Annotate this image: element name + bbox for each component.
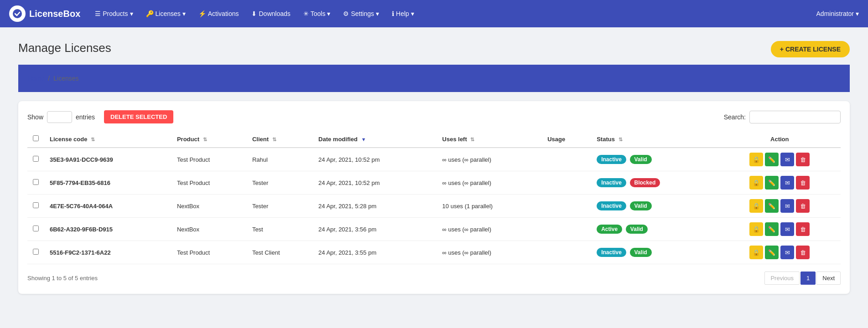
edit-button[interactable]: ✏️ (765, 199, 779, 213)
mail-button[interactable]: ✉ (780, 153, 794, 166)
th-usage: Usage (542, 131, 591, 148)
select-all-checkbox[interactable] (33, 135, 39, 141)
license-code: 6B62-A320-9F6B-D915 (50, 226, 113, 233)
next-button[interactable]: Next (816, 272, 841, 285)
row-checkbox-cell (27, 148, 44, 171)
chevron-down-icon: ▾ (130, 10, 133, 17)
client-cell: Rahul (247, 148, 313, 171)
action-cell: 🔒 ✏️ ✉ 🗑 (719, 171, 841, 195)
search-area: Search: (724, 111, 841, 123)
validity-badge: Valid (630, 201, 652, 210)
nav-item-downloads[interactable]: ⬇ Downloads (246, 6, 296, 21)
delete-button[interactable]: 🗑 (796, 199, 810, 213)
lock-button[interactable]: 🔒 (749, 199, 763, 213)
nav-item-settings[interactable]: ⚙ Settings ▾ (338, 6, 385, 21)
sort-active-icon[interactable]: ▼ (361, 137, 366, 142)
pagination-area: Showing 1 to 5 of 5 entries Previous 1 N… (27, 272, 841, 285)
page-title: Manage Licenses (18, 41, 111, 55)
license-code: 5516-F9C2-1371-6A22 (50, 249, 111, 256)
nav-item-products[interactable]: ☰ Products ▾ (89, 6, 138, 21)
nav-items: ☰ Products ▾ 🔑 Licenses ▾ ⚡ Activations … (89, 6, 816, 21)
action-cell: 🔒 ✏️ ✉ 🗑 (719, 148, 841, 171)
license-code-cell: 5F85-7794-EB35-6816 (44, 171, 172, 195)
sort-icon[interactable]: ⇅ (272, 137, 276, 142)
sort-icon[interactable]: ⇅ (203, 137, 207, 142)
brand-logo[interactable]: LicenseBox (9, 5, 80, 22)
product-cell: Test Product (172, 241, 247, 264)
products-icon: ☰ (95, 10, 101, 17)
logo-icon (9, 5, 26, 22)
show-label: Show 25 entries (27, 111, 95, 123)
uses-left-cell: ∞ uses (∞ parallel) (437, 241, 542, 264)
license-code: 35E3-9A91-DCC9-9639 (50, 156, 113, 163)
edit-button[interactable]: ✏️ (765, 153, 779, 166)
mail-button[interactable]: ✉ (780, 222, 794, 236)
th-select-all (27, 131, 44, 148)
lock-button[interactable]: 🔒 (749, 176, 763, 190)
license-code-cell: 35E3-9A91-DCC9-9639 (44, 148, 172, 171)
settings-icon: ⚙ (343, 10, 349, 17)
create-license-button[interactable]: + CREATE LICENSE (771, 41, 850, 57)
page-1-button[interactable]: 1 (800, 272, 816, 285)
table-row: 35E3-9A91-DCC9-9639 Test Product Rahul 2… (27, 148, 841, 171)
usage-cell (542, 148, 591, 171)
help-icon: ℹ (392, 10, 394, 17)
status-cell: Inactive Valid (591, 195, 718, 218)
status-cell: Active Valid (591, 218, 718, 241)
date-modified-cell: 24 Apr, 2021, 3:56 pm (313, 218, 437, 241)
table-row: 6B62-A320-9F6B-D915 NextBox Test 24 Apr,… (27, 218, 841, 241)
sort-icon[interactable]: ⇅ (91, 137, 95, 142)
uses-left-cell: ∞ uses (∞ parallel) (437, 218, 542, 241)
sort-icon[interactable]: ⇅ (470, 137, 474, 142)
delete-button[interactable]: 🗑 (796, 176, 810, 190)
breadcrumb-home[interactable]: Home (27, 75, 44, 82)
licenses-table: License code ⇅ Product ⇅ Client ⇅ Date m… (27, 131, 841, 264)
delete-button[interactable]: 🗑 (796, 222, 810, 236)
mail-button[interactable]: ✉ (780, 246, 794, 259)
table-header: License code ⇅ Product ⇅ Client ⇅ Date m… (27, 131, 841, 148)
delete-button[interactable]: 🗑 (796, 246, 810, 259)
status-cell: Inactive Valid (591, 148, 718, 171)
breadcrumb-current: Licenses (53, 75, 78, 82)
delete-selected-button[interactable]: DELETE SELECTED (104, 110, 173, 123)
action-cell: 🔒 ✏️ ✉ 🗑 (719, 195, 841, 218)
activity-badge: Inactive (597, 248, 626, 257)
row-checkbox[interactable] (33, 202, 39, 208)
pagination-buttons: Previous 1 Next (764, 272, 841, 285)
lock-button[interactable]: 🔒 (749, 153, 763, 166)
lock-button[interactable]: 🔒 (749, 222, 763, 236)
chevron-down-icon: ▾ (411, 10, 414, 17)
delete-button[interactable]: 🗑 (796, 153, 810, 166)
user-menu[interactable]: Administrator ▾ (816, 10, 859, 17)
table-row: 4E7E-5C76-40A4-064A NextBox Tester 24 Ap… (27, 195, 841, 218)
nav-item-activations[interactable]: ⚡ Activations (193, 6, 244, 21)
row-checkbox[interactable] (33, 226, 39, 231)
nav-item-licenses[interactable]: 🔑 Licenses ▾ (140, 6, 191, 21)
license-code: 5F85-7794-EB35-6816 (50, 179, 110, 186)
validity-badge: Blocked (630, 178, 660, 187)
edit-button[interactable]: ✏️ (765, 222, 779, 236)
pagination-info: Showing 1 to 5 of 5 entries (27, 275, 98, 282)
usage-cell (542, 241, 591, 264)
th-client: Client ⇅ (247, 131, 313, 148)
previous-button[interactable]: Previous (764, 272, 800, 285)
row-checkbox[interactable] (33, 249, 39, 255)
date-modified-cell: 24 Apr, 2021, 5:28 pm (313, 195, 437, 218)
sort-icon[interactable]: ⇅ (619, 137, 623, 142)
nav-item-tools[interactable]: ✳ Tools ▾ (298, 6, 336, 21)
license-code-cell: 5516-F9C2-1371-6A22 (44, 241, 172, 264)
date-modified-cell: 24 Apr, 2021, 10:52 pm (313, 171, 437, 195)
nav-item-help[interactable]: ℹ Help ▾ (386, 6, 420, 21)
action-buttons: 🔒 ✏️ ✉ 🗑 (724, 199, 835, 213)
mail-button[interactable]: ✉ (780, 176, 794, 190)
show-count-input[interactable]: 25 (47, 111, 72, 123)
edit-button[interactable]: ✏️ (765, 246, 779, 259)
row-checkbox[interactable] (33, 179, 39, 185)
row-checkbox[interactable] (33, 156, 39, 162)
mail-button[interactable]: ✉ (780, 199, 794, 213)
lock-button[interactable]: 🔒 (749, 246, 763, 259)
row-checkbox-cell (27, 241, 44, 264)
action-buttons: 🔒 ✏️ ✉ 🗑 (724, 153, 835, 166)
edit-button[interactable]: ✏️ (765, 176, 779, 190)
search-input[interactable] (749, 111, 841, 123)
